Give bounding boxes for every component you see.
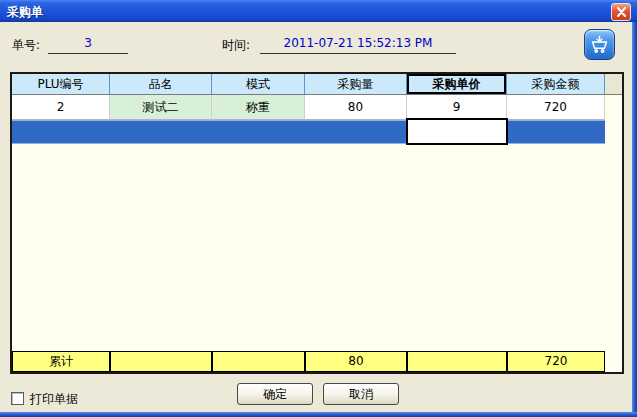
window-border-bottom (0, 412, 637, 417)
total-empty-cell (212, 351, 305, 372)
order-no-value: 3 (48, 36, 128, 54)
close-icon (616, 7, 627, 17)
time-label: 时间: (222, 37, 250, 54)
items-grid: PLU编号 品名 模式 采购量 采购单价 采购金额 2 测试二 称重 80 9 … (10, 72, 624, 374)
total-amount-cell: 720 (507, 351, 605, 372)
cancel-button[interactable]: 取消 (323, 383, 399, 405)
column-header-plu[interactable]: PLU编号 (12, 74, 110, 95)
total-label-cell: 累计 (12, 351, 110, 372)
column-header-amount[interactable]: 采购金额 (507, 74, 605, 95)
time-value: 2011-07-21 15:52:13 PM (260, 36, 456, 54)
window-border-right (632, 0, 637, 417)
unit-price-edit-cell[interactable] (406, 118, 508, 145)
column-header-unit-price[interactable]: 采购单价 (407, 74, 507, 95)
close-button[interactable] (611, 3, 631, 21)
row1-cell-mode[interactable]: 称重 (212, 95, 305, 120)
total-qty-cell: 80 (305, 351, 407, 372)
column-header-mode[interactable]: 模式 (212, 74, 305, 95)
total-empty-cell (407, 351, 507, 372)
title-bar: 采购单 (0, 0, 637, 22)
column-header-qty[interactable]: 采购量 (305, 74, 407, 95)
add-to-cart-icon (589, 34, 610, 55)
selected-row[interactable] (12, 120, 605, 144)
order-no-label: 单号: (12, 37, 40, 54)
add-to-cart-button[interactable] (584, 29, 615, 60)
row1-cell-unit-price[interactable]: 9 (407, 95, 507, 120)
ok-button[interactable]: 确定 (237, 383, 313, 405)
print-receipt-label: 打印单据 (30, 391, 78, 408)
row1-cell-amount[interactable]: 720 (507, 95, 605, 120)
header-filler (605, 74, 622, 95)
row1-cell-qty[interactable]: 80 (305, 95, 407, 120)
total-empty-cell (110, 351, 212, 372)
row1-cell-plu[interactable]: 2 (12, 95, 110, 120)
print-receipt-checkbox[interactable] (11, 392, 24, 405)
column-header-name[interactable]: 品名 (110, 74, 212, 95)
row1-cell-name[interactable]: 测试二 (110, 95, 212, 120)
window-title: 采购单 (7, 4, 43, 21)
